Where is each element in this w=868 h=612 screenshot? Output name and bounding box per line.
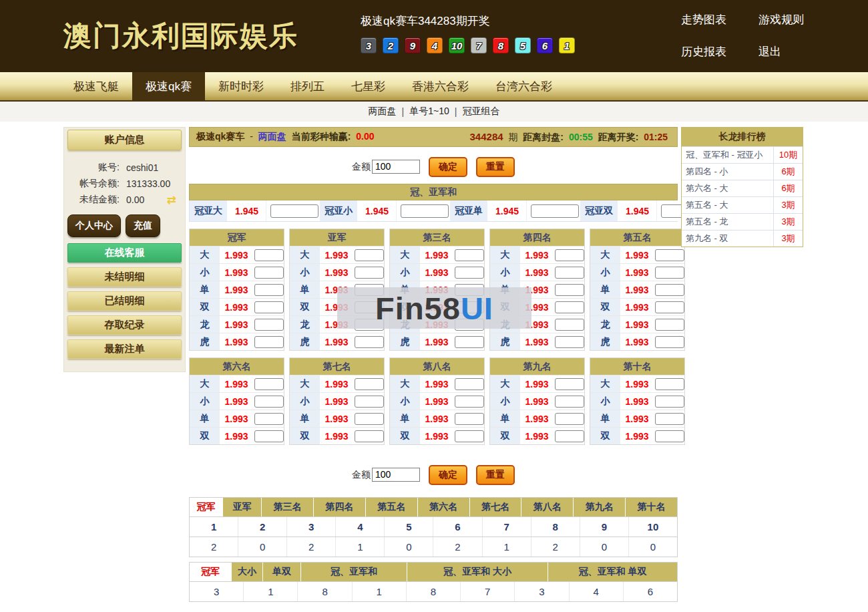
amount-input[interactable] bbox=[372, 160, 420, 174]
bet-amount-input[interactable] bbox=[555, 413, 584, 425]
bet-amount-input[interactable] bbox=[455, 378, 484, 390]
header-link-2[interactable]: 历史报表 bbox=[681, 44, 726, 59]
bet-amount-input[interactable] bbox=[555, 378, 584, 390]
sidebar-small-button-0[interactable]: 个人中心 bbox=[67, 214, 121, 237]
nav-tab-0[interactable]: 极速飞艇 bbox=[60, 72, 132, 100]
refresh-icon[interactable]: ⇄ bbox=[167, 193, 176, 207]
sidebar-menu-button-3[interactable]: 存取纪录 bbox=[67, 315, 182, 335]
sidebar-small-button-1[interactable]: 充值 bbox=[126, 214, 160, 237]
bet-amount-input[interactable] bbox=[555, 396, 584, 408]
sidebar-menu-button-4[interactable]: 最新注单 bbox=[67, 339, 182, 359]
sum-bet-group: 冠亚单1.945 bbox=[449, 200, 579, 221]
two-side-header-2[interactable]: 单双 bbox=[263, 563, 301, 581]
reset-button[interactable]: 重置 bbox=[476, 465, 515, 485]
number-board-tab-1[interactable]: 亚军 bbox=[223, 498, 262, 516]
bet-amount-input[interactable] bbox=[655, 284, 684, 296]
number-board-tab-0[interactable]: 冠军 bbox=[190, 498, 223, 516]
bet-amount-input[interactable] bbox=[455, 430, 484, 442]
two-side-header-0[interactable]: 冠军 bbox=[190, 563, 232, 581]
bet-amount-input[interactable] bbox=[355, 430, 384, 442]
two-side-header-5[interactable]: 冠、亚军和 单双 bbox=[548, 563, 677, 581]
bet-amount-input[interactable] bbox=[655, 396, 684, 408]
bet-amount-input[interactable] bbox=[254, 319, 284, 331]
subnav-item-0[interactable]: 两面盘 bbox=[369, 106, 397, 118]
amount-input[interactable] bbox=[372, 468, 420, 482]
confirm-button[interactable]: 确定 bbox=[429, 157, 467, 177]
bet-amount-input[interactable] bbox=[455, 249, 484, 261]
header-link-1[interactable]: 游戏规则 bbox=[758, 12, 804, 27]
sum-bet-input[interactable] bbox=[270, 204, 318, 218]
bet-table-title: 第九名 bbox=[490, 358, 584, 375]
number-board-tab-3[interactable]: 第四名 bbox=[314, 498, 366, 516]
number-board-tab-9[interactable]: 第十名 bbox=[626, 498, 677, 516]
sum-bet-input[interactable] bbox=[531, 204, 579, 218]
sidebar-menu-button-1[interactable]: 未结明细 bbox=[67, 267, 182, 287]
bet-amount-input[interactable] bbox=[355, 249, 384, 261]
bet-amount-input[interactable] bbox=[355, 378, 384, 390]
bet-amount-input[interactable] bbox=[254, 396, 284, 408]
nav-tab-5[interactable]: 香港六合彩 bbox=[399, 72, 482, 100]
number-board-tab-4[interactable]: 第五名 bbox=[366, 498, 418, 516]
bet-amount-input[interactable] bbox=[355, 267, 384, 279]
bet-amount-input[interactable] bbox=[254, 378, 284, 390]
rank-row: 第五名 - 大3期 bbox=[682, 196, 803, 213]
bet-amount-input[interactable] bbox=[555, 430, 584, 442]
bet-amount-input[interactable] bbox=[555, 267, 584, 279]
number-board-tab-6[interactable]: 第七名 bbox=[470, 498, 522, 516]
confirm-button[interactable]: 确定 bbox=[429, 465, 467, 485]
bet-amount-input[interactable] bbox=[254, 301, 284, 313]
bet-amount-input[interactable] bbox=[254, 249, 284, 261]
bet-amount-input[interactable] bbox=[555, 301, 584, 313]
number-board-count-cell: 0 bbox=[385, 537, 433, 557]
bet-amount-input[interactable] bbox=[355, 413, 384, 425]
bet-row: 双1.993 bbox=[190, 298, 284, 315]
bet-amount-input[interactable] bbox=[655, 267, 684, 279]
bet-amount-input[interactable] bbox=[555, 319, 584, 331]
two-side-board-headers: 冠军大小单双冠、亚军和冠、亚军和 大小冠、亚军和 单双 bbox=[190, 563, 677, 581]
bet-amount-input[interactable] bbox=[555, 249, 584, 261]
bet-option-label: 龙 bbox=[190, 316, 220, 333]
sidebar-menu-button-2[interactable]: 已结明细 bbox=[67, 291, 182, 311]
number-board-tab-2[interactable]: 第三名 bbox=[262, 498, 314, 516]
bet-amount-input[interactable] bbox=[555, 336, 584, 348]
bet-amount-input[interactable] bbox=[254, 336, 284, 348]
bet-amount-input[interactable] bbox=[254, 284, 284, 296]
nav-tab-4[interactable]: 七星彩 bbox=[338, 72, 399, 100]
two-side-header-1[interactable]: 大小 bbox=[232, 563, 263, 581]
two-side-header-3[interactable]: 冠、亚军和 bbox=[301, 563, 407, 581]
bet-amount-input[interactable] bbox=[455, 267, 484, 279]
reset-button[interactable]: 重置 bbox=[476, 157, 515, 177]
sidebar-menu-button-0[interactable]: 在线客服 bbox=[67, 243, 182, 263]
subnav-item-1[interactable]: 单号1~10 bbox=[409, 106, 449, 118]
bet-option-label: 小 bbox=[490, 264, 521, 281]
nav-tab-6[interactable]: 台湾六合彩 bbox=[482, 72, 566, 100]
bet-amount-input[interactable] bbox=[254, 413, 284, 425]
number-board-tab-8[interactable]: 第九名 bbox=[574, 498, 626, 516]
bet-amount-input[interactable] bbox=[254, 430, 284, 442]
bet-amount-input[interactable] bbox=[655, 413, 684, 425]
header-link-3[interactable]: 退出 bbox=[758, 44, 804, 59]
number-board-tab-7[interactable]: 第八名 bbox=[521, 498, 574, 516]
bet-amount-input[interactable] bbox=[254, 267, 284, 279]
bet-amount-input[interactable] bbox=[655, 378, 684, 390]
nav-tab-1[interactable]: 极速qk赛 bbox=[132, 72, 205, 100]
bet-amount-input[interactable] bbox=[655, 336, 684, 348]
bet-amount-input[interactable] bbox=[455, 413, 484, 425]
nav-tab-3[interactable]: 排列五 bbox=[277, 72, 338, 100]
bet-amount-input[interactable] bbox=[455, 396, 484, 408]
sum-bet-input[interactable] bbox=[401, 204, 449, 218]
bet-input-cell bbox=[252, 316, 284, 333]
number-board-tab-5[interactable]: 第六名 bbox=[418, 498, 470, 516]
bet-amount-input[interactable] bbox=[655, 430, 684, 442]
bet-amount-input[interactable] bbox=[655, 301, 684, 313]
bet-amount-input[interactable] bbox=[355, 396, 384, 408]
bet-amount-input[interactable] bbox=[655, 249, 684, 261]
bet-amount-input[interactable] bbox=[655, 319, 684, 331]
subnav-item-2[interactable]: 冠亚组合 bbox=[462, 106, 499, 118]
header-link-0[interactable]: 走势图表 bbox=[681, 12, 726, 27]
bet-amount-input[interactable] bbox=[355, 336, 384, 348]
two-side-header-4[interactable]: 冠、亚军和 大小 bbox=[407, 563, 548, 581]
bet-amount-input[interactable] bbox=[555, 284, 584, 296]
nav-tab-2[interactable]: 新时时彩 bbox=[205, 72, 277, 100]
bet-amount-input[interactable] bbox=[455, 336, 484, 348]
